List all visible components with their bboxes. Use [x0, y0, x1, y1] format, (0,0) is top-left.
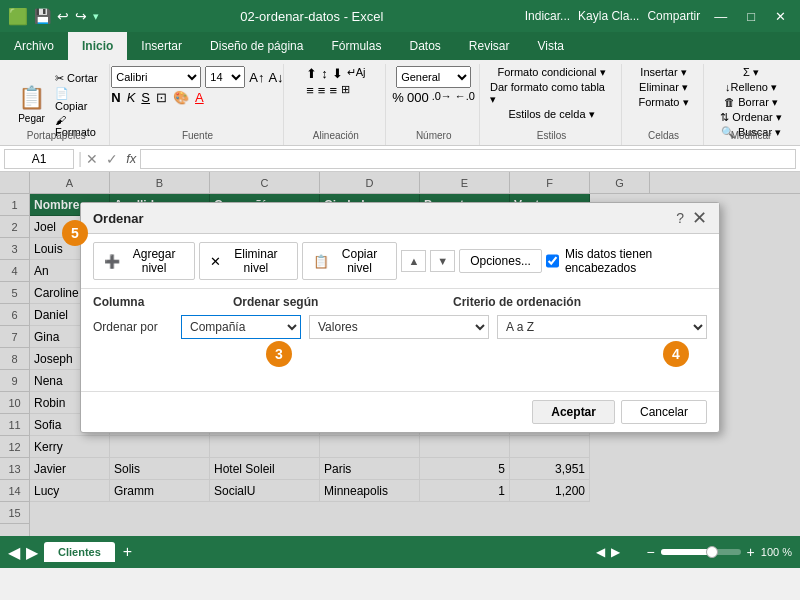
zoom-out-btn[interactable]: −: [646, 544, 654, 560]
copy-level-btn[interactable]: 📋 Copiar nivel: [302, 242, 398, 280]
cut-copy-group: ✂ Cortar 📄 Copiar 🖌 Formato: [55, 72, 101, 138]
insert-cells-btn[interactable]: Insertar ▾: [640, 66, 686, 79]
undo-icon[interactable]: ↩: [57, 8, 69, 24]
add-level-btn[interactable]: ➕ Agregar nivel: [93, 242, 195, 280]
tab-insertar[interactable]: Insertar: [127, 32, 196, 60]
delete-cells-btn[interactable]: Eliminar ▾: [639, 81, 688, 94]
tab-diseno[interactable]: Diseño de página: [196, 32, 317, 60]
zoom-control: ◀ ▶ − + 100 %: [596, 544, 792, 560]
bold-btn[interactable]: N: [111, 90, 120, 105]
font-size-select[interactable]: 14: [205, 66, 245, 88]
copy-btn[interactable]: 📄 Copiar: [55, 87, 101, 112]
zoom-slider-thumb[interactable]: [706, 546, 718, 558]
modal-titlebar: Ordenar ? ✕: [81, 203, 719, 234]
zoom-in-btn[interactable]: +: [747, 544, 755, 560]
align-bottom-btn[interactable]: ⬇: [332, 66, 343, 81]
modal-column-headers: Columna Ordenar según Criterio de ordena…: [81, 289, 719, 311]
main-area: A B C D E F G 1 2 3 4 5 6 7 8 9 10 11: [0, 172, 800, 536]
sort-filter-btn[interactable]: ⇅ Ordenar ▾: [720, 111, 781, 124]
name-box[interactable]: [4, 149, 74, 169]
comma-btn[interactable]: 000: [407, 90, 429, 105]
group-estilos: Formato condicional ▾ Dar formato como t…: [482, 64, 622, 145]
badge-4: 4: [663, 341, 689, 367]
align-right-btn[interactable]: ≡: [329, 83, 337, 98]
column-col-label: Columna: [93, 295, 144, 309]
tab-archivo[interactable]: Archivo: [0, 32, 68, 60]
delete-level-btn[interactable]: ✕ Eliminar nivel: [199, 242, 297, 280]
tab-revisar[interactable]: Revisar: [455, 32, 524, 60]
table-format-btn[interactable]: Dar formato como tabla ▾: [490, 81, 613, 106]
modal-body: Ordenar por Compañía Valores A a Z 3: [81, 311, 719, 391]
badge-3: 3: [266, 341, 292, 367]
sort-by-col-label: Ordenar según: [233, 295, 318, 309]
number-format-select[interactable]: General: [396, 66, 471, 88]
sort-by-select[interactable]: Valores: [309, 315, 489, 339]
format-cells-btn[interactable]: Formato ▾: [639, 96, 689, 109]
column-select[interactable]: Compañía: [181, 315, 301, 339]
merge-btn[interactable]: ⊞: [341, 83, 350, 98]
save-icon[interactable]: 💾: [34, 8, 51, 24]
underline-btn[interactable]: S: [141, 90, 150, 105]
header-checkbox[interactable]: [546, 254, 559, 268]
group-celdas: Insertar ▾ Eliminar ▾ Formato ▾ Celdas: [624, 64, 704, 145]
tab-vista[interactable]: Vista: [524, 32, 578, 60]
header-checkbox-area: Mis datos tienen encabezados: [546, 247, 707, 275]
arrow-up-btn[interactable]: ▲: [401, 250, 426, 272]
dec-decrease-btn[interactable]: ←.0: [455, 90, 475, 105]
sheet-tabs: ◀ ▶ Clientes +: [8, 542, 132, 562]
tab-inicio[interactable]: Inicio: [68, 32, 127, 60]
cancel-btn[interactable]: Cancelar: [621, 400, 707, 424]
cut-btn[interactable]: ✂ Cortar: [55, 72, 101, 85]
add-level-icon: ➕: [104, 254, 120, 269]
scroll-sheets-right[interactable]: ▶: [26, 543, 38, 562]
maximize-btn[interactable]: □: [741, 9, 761, 24]
close-btn[interactable]: ✕: [769, 9, 792, 24]
align-center-btn[interactable]: ≡: [318, 83, 326, 98]
percent-btn[interactable]: %: [392, 90, 404, 105]
conditional-format-btn[interactable]: Formato condicional ▾: [497, 66, 605, 79]
share-btn[interactable]: Compartir: [647, 9, 700, 23]
search-label[interactable]: Indicar...: [525, 9, 570, 23]
order-select[interactable]: A a Z: [497, 315, 707, 339]
fill-color-btn[interactable]: 🎨: [173, 90, 189, 105]
align-left-btn[interactable]: ≡: [306, 83, 314, 98]
options-btn[interactable]: Opciones...: [459, 249, 542, 273]
spreadsheet-container: A B C D E F G 1 2 3 4 5 6 7 8 9 10 11: [0, 172, 800, 536]
minimize-btn[interactable]: —: [708, 9, 733, 24]
arrow-down-btn[interactable]: ▼: [430, 250, 455, 272]
font-family-select[interactable]: Calibri: [111, 66, 201, 88]
wrap-text-btn[interactable]: ↵Aj: [347, 66, 366, 81]
insert-function-btn[interactable]: fx: [126, 151, 136, 166]
align-middle-btn[interactable]: ↕: [321, 66, 328, 81]
clear-btn[interactable]: 🗑 Borrar ▾: [724, 96, 778, 109]
fill-btn[interactable]: ↓Relleno ▾: [725, 81, 777, 94]
sheet-tab-clientes[interactable]: Clientes: [44, 542, 115, 562]
italic-btn[interactable]: K: [127, 90, 136, 105]
fuente-label: Fuente: [112, 130, 284, 141]
border-btn[interactable]: ⊡: [156, 90, 167, 105]
cancel-formula-btn[interactable]: ✕: [86, 151, 98, 167]
confirm-formula-btn[interactable]: ✓: [106, 151, 118, 167]
ribbon: Archivo Inicio Insertar Diseño de página…: [0, 32, 800, 60]
dec-increase-btn[interactable]: .0→: [432, 90, 452, 105]
font-color-btn[interactable]: A: [195, 90, 204, 105]
scroll-sheets-left[interactable]: ◀: [8, 543, 20, 562]
modal-help-btn[interactable]: ?: [676, 210, 684, 226]
paste-btn[interactable]: 📋 Pegar: [12, 81, 51, 128]
grow-font-btn[interactable]: A↑: [249, 70, 264, 85]
badge-5: 5: [62, 220, 88, 246]
sum-btn[interactable]: Σ ▾: [743, 66, 759, 79]
modificar-label: Modificar: [706, 130, 796, 141]
add-sheet-btn[interactable]: +: [123, 543, 132, 561]
ok-btn[interactable]: Aceptar: [532, 400, 615, 424]
tab-datos[interactable]: Datos: [395, 32, 454, 60]
user-name[interactable]: Kayla Cla...: [578, 9, 639, 23]
redo-icon[interactable]: ↪: [75, 8, 87, 24]
modal-close-btn[interactable]: ✕: [692, 209, 707, 227]
shrink-font-btn[interactable]: A↓: [268, 70, 283, 85]
cell-styles-btn[interactable]: Estilos de celda ▾: [508, 108, 594, 121]
align-top-btn[interactable]: ⬆: [306, 66, 317, 81]
formula-input[interactable]: [140, 149, 796, 169]
tab-formulas[interactable]: Fórmulas: [317, 32, 395, 60]
zoom-slider[interactable]: [661, 549, 741, 555]
